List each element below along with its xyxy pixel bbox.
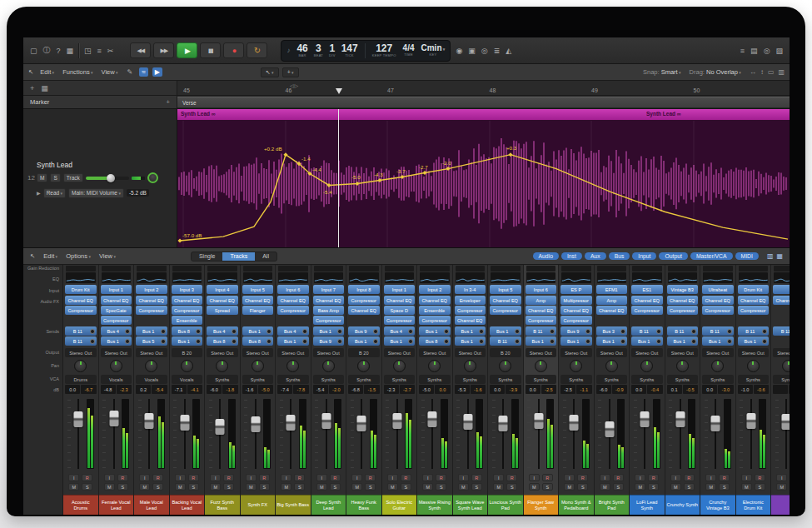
solo-button[interactable]: S [259,483,270,491]
send-level-knob[interactable] [302,339,307,344]
filter-button-audio[interactable]: Audio [533,252,559,260]
audio-fx-slot[interactable]: Channel EQ [526,306,557,315]
vca-slot[interactable]: Synths [384,375,416,384]
pan-knob[interactable] [216,360,228,372]
vca-slot[interactable]: Synths [348,375,380,384]
loop-browser-icon[interactable]: ◎ [764,47,770,55]
solo-button[interactable]: S [152,483,163,491]
send-level-knob[interactable] [585,339,590,344]
send-slot[interactable]: Bus 4 [277,326,309,336]
record-enable-button[interactable]: R [330,474,341,481]
pan-knob[interactable] [711,360,724,372]
audio-fx-slot[interactable]: Bass Amp [313,306,345,315]
send-level-knob[interactable] [408,329,413,334]
eq-thumbnail[interactable] [703,272,733,283]
solo-button[interactable]: S [719,483,730,491]
fader-track[interactable] [286,397,296,471]
audio-fx-slot[interactable]: Channel EQ [136,296,167,305]
fader-track[interactable] [781,397,790,471]
send-level-knob[interactable] [125,329,130,334]
send-level-knob[interactable] [232,339,237,344]
input-monitor-button[interactable]: I [175,474,186,481]
fader-cap[interactable] [463,414,472,430]
channel-name[interactable]: Crunchy Synth [665,495,700,515]
output-slot[interactable]: B 20 [348,348,380,357]
input-monitor-button[interactable]: I [600,474,610,481]
send-slot[interactable]: Bus 1 [136,326,167,336]
pan-knob[interactable] [782,360,790,372]
send-slot[interactable]: Bus 1 [560,336,592,346]
input-monitor-button[interactable]: I [281,474,291,481]
fader-track[interactable] [215,397,226,471]
menu-options[interactable]: Options [66,252,91,260]
input-slot[interactable]: Input 7 [313,285,345,294]
fader-track[interactable] [569,397,580,471]
vca-slot[interactable]: Synths [773,375,790,384]
mute-button[interactable]: M [458,483,469,491]
eq-thumbnail[interactable] [314,272,344,283]
output-slot[interactable]: Stereo Out [65,348,97,357]
send-level-knob[interactable] [125,339,130,344]
fader-cap[interactable] [251,416,260,432]
channel-name[interactable]: Backing Vocal Lead [170,495,205,515]
output-slot[interactable]: B 20 [490,348,521,357]
mute-button[interactable]: M [422,483,433,491]
pan-knob[interactable] [322,360,335,372]
send-slot[interactable]: Bus 1 [313,326,345,336]
send-level-knob[interactable] [90,329,95,334]
fader-cap[interactable] [782,414,790,430]
record-enable-button[interactable]: R [719,474,730,481]
send-level-knob[interactable] [408,339,413,344]
pan-knob[interactable] [110,360,122,372]
input-monitor-button[interactable]: I [705,474,716,481]
catch-playhead-icon[interactable]: ▶ [152,67,162,77]
send-level-knob[interactable] [656,329,661,334]
tempo-display[interactable]: 127KEEP TEMPO [372,43,396,58]
send-slot[interactable]: B 11 [773,326,790,336]
quick-help-icon[interactable]: ? [57,47,61,55]
audio-fx-slot[interactable]: Compressor [136,306,167,315]
pan-knob[interactable] [570,360,582,372]
fader-cap[interactable] [321,413,331,429]
send-slot[interactable]: B 11 [65,326,97,336]
input-slot[interactable]: Drum Kit [738,285,770,294]
send-level-knob[interactable] [479,329,484,334]
send-slot[interactable]: Bus 4 [207,326,238,336]
segment-button-tracks[interactable]: Tracks [222,252,255,261]
add-marker-button[interactable]: + [167,98,170,106]
input-slot[interactable]: Input 3 [172,285,203,294]
input-monitor-button[interactable]: I [458,474,469,481]
pan-knob[interactable] [74,360,87,372]
input-monitor-button[interactable]: I [246,474,257,481]
send-slot[interactable]: B 11 [702,326,734,336]
add-track-button[interactable]: + [30,84,34,92]
fader-cap[interactable] [428,411,437,427]
menu-edit[interactable]: Edit [43,252,57,260]
pan-knob[interactable] [535,360,547,372]
input-slot[interactable]: EFM1 [596,285,628,294]
send-level-knob[interactable] [196,329,201,334]
drag-select[interactable]: No Overlap [706,68,741,76]
inspector-icon[interactable]: ⓘ [43,45,51,56]
send-level-knob[interactable] [444,339,449,344]
audio-fx-slot[interactable]: Compressor [101,316,132,325]
record-enable-button[interactable]: R [577,474,588,481]
send-level-knob[interactable] [550,339,555,344]
send-level-knob[interactable] [267,339,271,344]
fader-cap[interactable] [605,421,614,437]
input-monitor-button[interactable]: I [316,474,327,481]
record-enable-button[interactable]: R [684,474,695,481]
vca-slot[interactable]: Synths [490,375,521,384]
audio-fx-slot[interactable]: Channel EQ [490,296,521,305]
eq-thumbnail[interactable] [456,272,486,283]
input-slot[interactable]: In 3-4 [455,285,486,294]
send-level-knob[interactable] [620,339,625,344]
narrow-view-icon[interactable]: ▥ [767,252,774,260]
audio-fx-slot[interactable]: Space D [384,306,416,315]
audio-fx-slot[interactable]: Compressor [419,316,451,325]
input-monitor-button[interactable]: I [493,474,504,481]
input-slot[interactable]: Input 6 [277,285,309,294]
solo-button[interactable]: S [436,483,446,491]
fader-cap[interactable] [711,416,720,431]
channel-name[interactable]: Female Vocal Lead [99,495,134,515]
